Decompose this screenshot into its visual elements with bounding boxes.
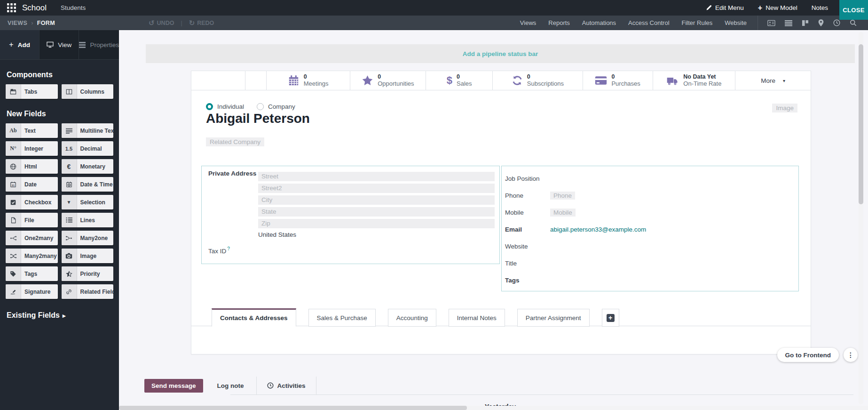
field-row-phone[interactable]: Phone Phone <box>505 187 798 204</box>
menu-students[interactable]: Students <box>61 4 86 11</box>
menu-automations[interactable]: Automations <box>576 19 622 26</box>
stat-button-purchases[interactable]: 0Purchases <box>583 71 653 90</box>
go-to-frontend-button[interactable]: Go to Frontend <box>777 348 839 362</box>
stat-empty-slot[interactable] <box>245 71 267 90</box>
list-view-icon[interactable] <box>780 20 797 26</box>
state-input[interactable]: State <box>258 207 495 217</box>
vertical-scrollbar-thumb[interactable] <box>859 44 863 204</box>
redo-button[interactable]: ↻REDO <box>189 19 214 27</box>
record-name-field[interactable]: Abigail Peterson <box>206 111 310 126</box>
breadcrumb-views[interactable]: VIEWS <box>8 20 27 26</box>
tab-add[interactable]: + Add <box>0 30 39 59</box>
send-message-button[interactable]: Send message <box>144 379 203 393</box>
menu-filter-rules[interactable]: Filter Rules <box>676 19 719 26</box>
field-row-email[interactable]: Email abigail.peterson33@example.com <box>505 221 798 238</box>
menu-reports[interactable]: Reports <box>542 19 576 26</box>
radio-individual[interactable] <box>206 103 213 110</box>
field-file[interactable]: File <box>6 213 58 227</box>
close-studio-button[interactable]: CLOSE <box>839 0 868 20</box>
zip-input[interactable]: Zip <box>258 219 495 228</box>
image-field-placeholder[interactable]: Image <box>772 104 797 113</box>
list-icon <box>62 213 77 227</box>
existing-fields-heading[interactable]: Existing Fields▸ <box>7 311 113 320</box>
field-decimal[interactable]: 1.5 Decimal <box>62 141 114 156</box>
field-multiline-text[interactable]: Multiline Text <box>62 123 114 138</box>
field-many2one[interactable]: Many2one <box>62 231 114 245</box>
field-row-mobile[interactable]: Mobile Mobile <box>505 204 798 221</box>
tab-accounting[interactable]: Accounting <box>388 309 436 327</box>
field-tags[interactable]: Tags <box>6 266 58 281</box>
mobile-input[interactable]: Mobile <box>550 209 576 217</box>
menu-views[interactable]: Views <box>514 19 542 26</box>
stat-button-meetings[interactable]: 0Meetings <box>267 71 350 90</box>
tab-sales-purchase[interactable]: Sales & Purchase <box>308 309 376 327</box>
field-date[interactable]: 21 Date <box>6 177 58 192</box>
street-input[interactable]: Street <box>258 172 495 181</box>
checkbox-icon <box>6 195 21 209</box>
field-row-website[interactable]: Website <box>505 238 798 255</box>
tab-partner-assignment[interactable]: Partner Assignment <box>517 309 590 327</box>
contact-group[interactable]: Job Position Phone Phone Mobile Mobile E… <box>501 166 799 291</box>
tab-properties[interactable]: Properties <box>79 30 119 59</box>
tab-contacts-addresses[interactable]: Contacts & Addresses <box>212 308 296 327</box>
field-datetime[interactable]: Date & Time <box>62 177 114 192</box>
stat-more-button[interactable]: More ▾ <box>735 71 811 90</box>
horizontal-scrollbar-thumb[interactable] <box>119 406 467 410</box>
undo-icon: ↺ <box>149 19 155 27</box>
pipeline-statusbar-hint[interactable]: Add a pipeline status bar <box>146 44 855 63</box>
field-image[interactable]: Image <box>62 249 114 263</box>
tab-internal-notes[interactable]: Internal Notes <box>449 309 505 327</box>
stat-button-sales[interactable]: $ 0Sales <box>426 71 493 90</box>
menu-access-control[interactable]: Access Control <box>622 19 675 26</box>
field-signature[interactable]: Signature <box>6 284 58 299</box>
edit-menu-button[interactable]: Edit Menu <box>706 4 744 11</box>
street2-input[interactable]: Street2 <box>258 184 495 193</box>
radio-company[interactable] <box>257 103 264 110</box>
refresh-icon <box>512 75 523 86</box>
stat-button-opportunities[interactable]: 0Opportunities <box>350 71 426 90</box>
undo-button[interactable]: ↺UNDO <box>149 19 174 27</box>
field-row-title[interactable]: Title <box>505 255 798 272</box>
log-note-tab[interactable]: Log note <box>203 377 256 394</box>
field-row-job-position[interactable]: Job Position <box>505 170 798 187</box>
new-model-button[interactable]: + New Model <box>758 4 797 12</box>
address-group[interactable]: Private Address Street Street2 City Stat… <box>201 166 500 264</box>
map-pin-icon[interactable] <box>813 19 829 26</box>
city-input[interactable]: City <box>258 195 495 205</box>
field-lines[interactable]: Lines <box>62 213 114 227</box>
add-tab-button[interactable]: + <box>602 309 619 327</box>
field-priority[interactable]: Priority <box>62 266 114 281</box>
field-many2many[interactable]: Many2many <box>6 249 58 263</box>
component-columns[interactable]: Columns <box>62 84 114 99</box>
field-checkbox[interactable]: Checkbox <box>6 195 58 209</box>
stat-button-ontime-rate[interactable]: No Data YetOn-Time Rate <box>653 71 736 90</box>
contact-card-icon[interactable] <box>763 20 780 26</box>
menu-website[interactable]: Website <box>718 19 753 26</box>
tab-view[interactable]: View <box>39 30 79 59</box>
field-row-tags[interactable]: Tags <box>505 272 798 289</box>
stat-empty-slot[interactable] <box>191 71 245 90</box>
activities-tab[interactable]: Activities <box>256 377 316 394</box>
related-company-field[interactable]: Related Company <box>206 137 264 146</box>
field-integer[interactable]: N° Integer <box>6 141 58 156</box>
stat-button-bar: 0Meetings 0Opportunities $ 0Sales 0Subsc… <box>191 71 811 90</box>
field-related[interactable]: Related Field <box>62 284 114 299</box>
kebab-menu-button[interactable]: ⋮ <box>844 348 858 362</box>
search-icon[interactable] <box>845 19 861 26</box>
kanban-view-icon[interactable] <box>797 20 813 26</box>
country-field[interactable]: United States <box>258 231 296 238</box>
phone-input[interactable]: Phone <box>550 192 575 200</box>
field-html[interactable]: Html <box>6 159 58 174</box>
app-name[interactable]: School <box>22 3 47 13</box>
clock-icon[interactable] <box>829 19 845 26</box>
plus-icon: + <box>9 40 13 49</box>
notes-button[interactable]: Notes <box>812 4 828 11</box>
email-value[interactable]: abigail.peterson33@example.com <box>550 226 646 233</box>
apps-grid-icon[interactable] <box>7 3 16 12</box>
field-monetary[interactable]: € Monetary <box>62 159 114 174</box>
field-text[interactable]: Ab Text <box>6 123 58 138</box>
component-tabs[interactable]: Tabs <box>6 84 58 99</box>
field-selection[interactable]: ▼ Selection <box>62 195 114 209</box>
stat-button-subscriptions[interactable]: 0Subscriptions <box>493 71 583 90</box>
field-one2many[interactable]: One2many <box>6 231 58 245</box>
